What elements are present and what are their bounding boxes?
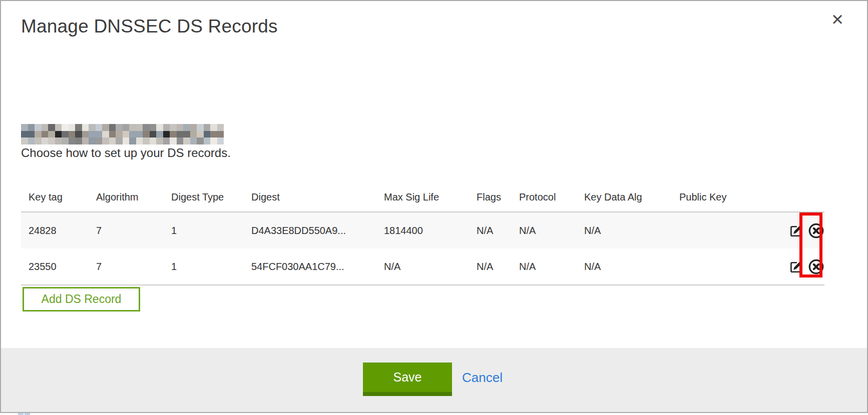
redacted-domain bbox=[21, 124, 224, 144]
ds-records-table: Key tag Algorithm Digest Type Digest Max… bbox=[21, 185, 824, 286]
cell-key-data-alg: N/A bbox=[577, 212, 672, 248]
dialog-subtitle: Choose how to set up your DS records. bbox=[21, 146, 231, 160]
cell-flags: N/A bbox=[469, 212, 512, 248]
delete-circle-icon[interactable] bbox=[808, 258, 824, 275]
background-artifact bbox=[25, 413, 30, 415]
cell-protocol: N/A bbox=[512, 212, 577, 248]
cell-max-sig-life: N/A bbox=[376, 248, 469, 285]
cell-digest-type: 1 bbox=[164, 212, 244, 248]
col-header-key-tag: Key tag bbox=[21, 185, 89, 212]
table-header-row: Key tag Algorithm Digest Type Digest Max… bbox=[21, 185, 824, 212]
col-header-key-data-alg: Key Data Alg bbox=[577, 185, 672, 212]
cell-digest: D4A33E8DD550A9... bbox=[244, 212, 376, 248]
col-header-digest: Digest bbox=[244, 185, 376, 212]
delete-circle-icon[interactable] bbox=[808, 222, 824, 239]
cell-flags: N/A bbox=[469, 248, 512, 285]
page-behind-modal bbox=[0, 413, 868, 415]
ds-records-table-wrap: Key tag Algorithm Digest Type Digest Max… bbox=[21, 185, 824, 286]
cell-key-tag: 23550 bbox=[21, 248, 89, 285]
table-row: 23550 7 1 54FCF030AA1C79... N/A N/A N/A … bbox=[21, 248, 824, 285]
col-header-actions bbox=[779, 185, 824, 212]
cell-digest: 54FCF030AA1C79... bbox=[244, 248, 376, 285]
cell-public-key bbox=[672, 248, 779, 285]
cell-algorithm: 7 bbox=[89, 212, 164, 248]
close-icon[interactable]: ✕ bbox=[831, 12, 844, 28]
edit-icon[interactable] bbox=[789, 224, 803, 238]
cell-algorithm: 7 bbox=[89, 248, 164, 285]
cell-key-tag: 24828 bbox=[21, 212, 89, 248]
col-header-max-sig-life: Max Sig Life bbox=[376, 185, 469, 212]
cell-digest-type: 1 bbox=[164, 248, 244, 285]
cell-public-key bbox=[672, 212, 779, 248]
dnssec-ds-dialog-page: { "dialog": { "title": "Manage DNSSEC DS… bbox=[0, 0, 868, 415]
background-artifact bbox=[18, 413, 24, 415]
cell-max-sig-life: 1814400 bbox=[376, 212, 469, 248]
col-header-public-key: Public Key bbox=[672, 185, 779, 212]
col-header-algorithm: Algorithm bbox=[89, 185, 164, 212]
table-row: 24828 7 1 D4A33E8DD550A9... 1814400 N/A … bbox=[21, 212, 824, 248]
save-button[interactable]: Save bbox=[363, 362, 452, 396]
cell-protocol: N/A bbox=[512, 248, 577, 285]
edit-icon[interactable] bbox=[789, 260, 803, 274]
row-actions bbox=[779, 212, 824, 248]
add-ds-record-button[interactable]: Add DS Record bbox=[23, 287, 140, 312]
dialog-footer: Save Cancel bbox=[1, 348, 867, 412]
cell-key-data-alg: N/A bbox=[577, 248, 672, 285]
row-actions bbox=[779, 248, 824, 285]
page-title: Manage DNSSEC DS Records bbox=[21, 16, 278, 37]
col-header-protocol: Protocol bbox=[512, 185, 577, 212]
col-header-digest-type: Digest Type bbox=[164, 185, 244, 212]
cancel-link[interactable]: Cancel bbox=[462, 370, 503, 386]
dialog-window: Manage DNSSEC DS Records ✕ Choose how to… bbox=[0, 0, 868, 413]
col-header-flags: Flags bbox=[469, 185, 512, 212]
